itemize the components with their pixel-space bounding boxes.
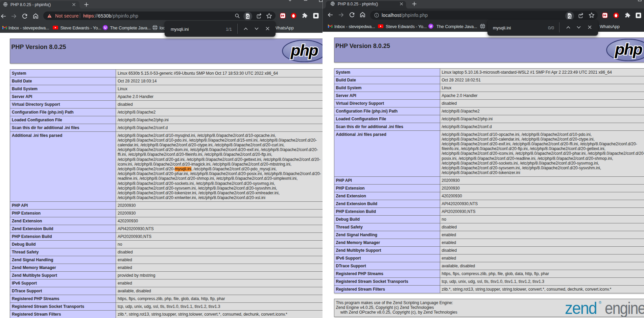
svg-text:engine: engine xyxy=(605,299,644,317)
svg-text:php: php xyxy=(290,41,318,59)
svg-text:®: ® xyxy=(599,300,601,304)
svg-text:php: php xyxy=(614,40,642,58)
svg-text:zend: zend xyxy=(565,299,597,317)
